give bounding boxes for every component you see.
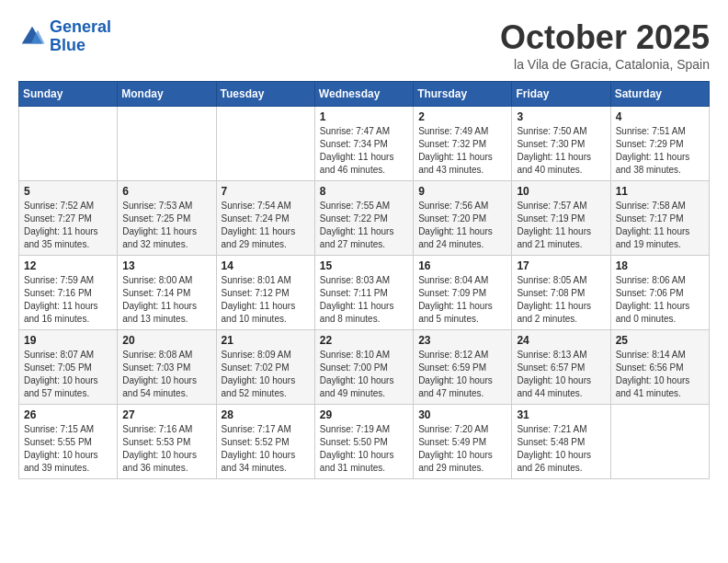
title-area: October 2025 la Vila de Gracia, Cataloni… xyxy=(500,18,710,72)
day-info: Sunrise: 7:15 AM Sunset: 5:55 PM Dayligh… xyxy=(24,423,112,475)
day-info: Sunrise: 7:51 AM Sunset: 7:29 PM Dayligh… xyxy=(616,125,704,177)
calendar-cell: 3Sunrise: 7:50 AM Sunset: 7:30 PM Daylig… xyxy=(512,107,610,181)
calendar-cell: 20Sunrise: 8:08 AM Sunset: 7:03 PM Dayli… xyxy=(118,330,216,405)
day-info: Sunrise: 8:04 AM Sunset: 7:09 PM Dayligh… xyxy=(418,274,506,326)
day-number: 10 xyxy=(517,185,605,198)
day-number: 18 xyxy=(616,259,704,272)
day-info: Sunrise: 7:56 AM Sunset: 7:20 PM Dayligh… xyxy=(418,200,506,251)
calendar-cell: 27Sunrise: 7:16 AM Sunset: 5:53 PM Dayli… xyxy=(118,405,216,479)
logo: General Blue xyxy=(18,18,111,55)
day-of-week-header: Sunday xyxy=(19,82,118,107)
calendar-cell: 29Sunrise: 7:19 AM Sunset: 5:50 PM Dayli… xyxy=(314,405,413,479)
day-number: 3 xyxy=(517,110,605,123)
day-number: 9 xyxy=(418,185,506,198)
day-number: 14 xyxy=(222,259,310,272)
day-number: 30 xyxy=(418,408,506,421)
calendar-cell xyxy=(118,107,216,181)
days-of-week-row: SundayMondayTuesdayWednesdayThursdayFrid… xyxy=(19,82,710,107)
calendar-cell: 6Sunrise: 7:53 AM Sunset: 7:25 PM Daylig… xyxy=(118,181,216,256)
day-info: Sunrise: 7:20 AM Sunset: 5:49 PM Dayligh… xyxy=(418,423,506,475)
calendar-week-row: 5Sunrise: 7:52 AM Sunset: 7:27 PM Daylig… xyxy=(19,181,710,256)
day-number: 29 xyxy=(320,408,408,421)
day-number: 12 xyxy=(24,259,112,272)
calendar-table: SundayMondayTuesdayWednesdayThursdayFrid… xyxy=(18,81,710,479)
day-number: 11 xyxy=(616,185,704,198)
calendar-cell: 25Sunrise: 8:14 AM Sunset: 6:56 PM Dayli… xyxy=(610,330,709,405)
month-title: October 2025 xyxy=(500,18,710,57)
calendar-week-row: 1Sunrise: 7:47 AM Sunset: 7:34 PM Daylig… xyxy=(19,107,710,181)
calendar-cell: 14Sunrise: 8:01 AM Sunset: 7:12 PM Dayli… xyxy=(216,256,314,330)
day-info: Sunrise: 8:03 AM Sunset: 7:11 PM Dayligh… xyxy=(320,274,408,326)
day-info: Sunrise: 8:06 AM Sunset: 7:06 PM Dayligh… xyxy=(616,274,704,326)
calendar-cell: 11Sunrise: 7:58 AM Sunset: 7:17 PM Dayli… xyxy=(610,181,709,256)
day-number: 13 xyxy=(122,259,210,272)
calendar-cell: 12Sunrise: 7:59 AM Sunset: 7:16 PM Dayli… xyxy=(19,256,118,330)
day-number: 27 xyxy=(122,408,210,421)
day-number: 15 xyxy=(320,259,408,272)
day-info: Sunrise: 7:55 AM Sunset: 7:22 PM Dayligh… xyxy=(320,200,408,251)
day-info: Sunrise: 8:07 AM Sunset: 7:05 PM Dayligh… xyxy=(24,349,112,400)
day-number: 26 xyxy=(24,408,112,421)
calendar-cell: 5Sunrise: 7:52 AM Sunset: 7:27 PM Daylig… xyxy=(19,181,118,256)
day-info: Sunrise: 7:16 AM Sunset: 5:53 PM Dayligh… xyxy=(122,423,210,475)
day-info: Sunrise: 8:13 AM Sunset: 6:57 PM Dayligh… xyxy=(517,349,605,400)
day-number: 19 xyxy=(24,334,112,347)
calendar-cell xyxy=(19,107,118,181)
day-of-week-header: Wednesday xyxy=(314,82,413,107)
calendar-cell: 2Sunrise: 7:49 AM Sunset: 7:32 PM Daylig… xyxy=(414,107,512,181)
calendar-cell: 13Sunrise: 8:00 AM Sunset: 7:14 PM Dayli… xyxy=(118,256,216,330)
logo-icon xyxy=(18,23,46,51)
day-number: 22 xyxy=(320,334,408,347)
calendar-cell: 8Sunrise: 7:55 AM Sunset: 7:22 PM Daylig… xyxy=(314,181,413,256)
calendar-cell: 30Sunrise: 7:20 AM Sunset: 5:49 PM Dayli… xyxy=(414,405,512,479)
day-info: Sunrise: 8:10 AM Sunset: 7:00 PM Dayligh… xyxy=(320,349,408,400)
calendar-cell: 9Sunrise: 7:56 AM Sunset: 7:20 PM Daylig… xyxy=(414,181,512,256)
calendar-week-row: 12Sunrise: 7:59 AM Sunset: 7:16 PM Dayli… xyxy=(19,256,710,330)
calendar-cell: 17Sunrise: 8:05 AM Sunset: 7:08 PM Dayli… xyxy=(512,256,610,330)
calendar-cell: 19Sunrise: 8:07 AM Sunset: 7:05 PM Dayli… xyxy=(19,330,118,405)
calendar-cell: 7Sunrise: 7:54 AM Sunset: 7:24 PM Daylig… xyxy=(216,181,314,256)
day-info: Sunrise: 7:21 AM Sunset: 5:48 PM Dayligh… xyxy=(517,423,605,475)
day-number: 31 xyxy=(517,408,605,421)
calendar-cell: 15Sunrise: 8:03 AM Sunset: 7:11 PM Dayli… xyxy=(314,256,413,330)
calendar-week-row: 19Sunrise: 8:07 AM Sunset: 7:05 PM Dayli… xyxy=(19,330,710,405)
day-info: Sunrise: 7:52 AM Sunset: 7:27 PM Dayligh… xyxy=(24,200,112,251)
calendar-cell xyxy=(216,107,314,181)
day-number: 2 xyxy=(418,110,506,123)
calendar-cell: 24Sunrise: 8:13 AM Sunset: 6:57 PM Dayli… xyxy=(512,330,610,405)
calendar-cell: 21Sunrise: 8:09 AM Sunset: 7:02 PM Dayli… xyxy=(216,330,314,405)
day-info: Sunrise: 7:47 AM Sunset: 7:34 PM Dayligh… xyxy=(320,125,408,177)
day-number: 17 xyxy=(517,259,605,272)
day-of-week-header: Thursday xyxy=(414,82,512,107)
day-number: 5 xyxy=(24,185,112,198)
day-info: Sunrise: 7:49 AM Sunset: 7:32 PM Dayligh… xyxy=(418,125,506,177)
day-info: Sunrise: 8:08 AM Sunset: 7:03 PM Dayligh… xyxy=(122,349,210,400)
calendar-cell: 28Sunrise: 7:17 AM Sunset: 5:52 PM Dayli… xyxy=(216,405,314,479)
day-info: Sunrise: 8:12 AM Sunset: 6:59 PM Dayligh… xyxy=(418,349,506,400)
header: General Blue October 2025 la Vila de Gra… xyxy=(18,18,710,72)
day-number: 21 xyxy=(222,334,310,347)
day-number: 23 xyxy=(418,334,506,347)
day-info: Sunrise: 8:00 AM Sunset: 7:14 PM Dayligh… xyxy=(122,274,210,326)
calendar-body: 1Sunrise: 7:47 AM Sunset: 7:34 PM Daylig… xyxy=(19,107,710,479)
day-number: 6 xyxy=(122,185,210,198)
calendar-cell: 4Sunrise: 7:51 AM Sunset: 7:29 PM Daylig… xyxy=(610,107,709,181)
day-info: Sunrise: 7:54 AM Sunset: 7:24 PM Dayligh… xyxy=(222,200,310,251)
day-info: Sunrise: 8:09 AM Sunset: 7:02 PM Dayligh… xyxy=(222,349,310,400)
day-of-week-header: Tuesday xyxy=(216,82,314,107)
calendar-cell: 10Sunrise: 7:57 AM Sunset: 7:19 PM Dayli… xyxy=(512,181,610,256)
day-number: 8 xyxy=(320,185,408,198)
day-of-week-header: Friday xyxy=(512,82,610,107)
day-info: Sunrise: 7:58 AM Sunset: 7:17 PM Dayligh… xyxy=(616,200,704,251)
calendar-header: SundayMondayTuesdayWednesdayThursdayFrid… xyxy=(19,82,710,107)
calendar-cell: 1Sunrise: 7:47 AM Sunset: 7:34 PM Daylig… xyxy=(314,107,413,181)
day-info: Sunrise: 7:19 AM Sunset: 5:50 PM Dayligh… xyxy=(320,423,408,475)
day-info: Sunrise: 8:14 AM Sunset: 6:56 PM Dayligh… xyxy=(616,349,704,400)
calendar-cell xyxy=(610,405,709,479)
calendar-week-row: 26Sunrise: 7:15 AM Sunset: 5:55 PM Dayli… xyxy=(19,405,710,479)
day-number: 24 xyxy=(517,334,605,347)
day-info: Sunrise: 8:05 AM Sunset: 7:08 PM Dayligh… xyxy=(517,274,605,326)
day-info: Sunrise: 7:17 AM Sunset: 5:52 PM Dayligh… xyxy=(222,423,310,475)
day-number: 4 xyxy=(616,110,704,123)
day-number: 16 xyxy=(418,259,506,272)
